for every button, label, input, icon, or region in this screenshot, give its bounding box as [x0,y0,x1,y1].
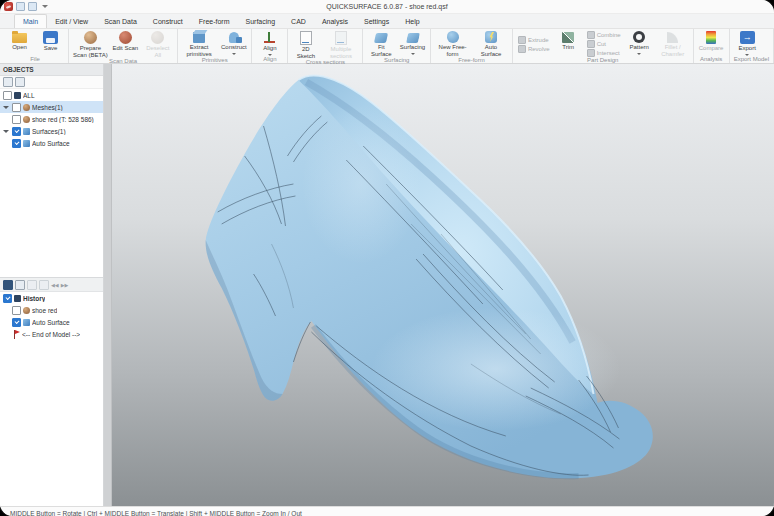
cut-button[interactable]: Cut [587,40,621,48]
tab-surfacing[interactable]: Surfacing [238,15,284,28]
open-button[interactable]: Open [4,29,35,56]
pattern-button[interactable]: Pattern [624,29,655,57]
multiple-sections-button[interactable]: Multiple sections [321,29,360,59]
surfacing-icon [405,33,419,43]
group-export-model: Export Export Model [730,29,774,63]
save-button[interactable]: Save [35,29,66,56]
construct-icon [229,32,239,43]
shoe-red-mesh-icon [23,116,30,123]
prepare-scan-button[interactable]: Prepare Scan (BETA) [71,29,110,58]
tab-help[interactable]: Help [397,15,427,28]
fillet-chamfer-icon [667,32,678,43]
surfaces-checkbox[interactable] [12,127,21,136]
auto-surface-button[interactable]: Auto Surface [472,29,510,57]
tree-item-surfaces[interactable]: Surfaces(1) [0,125,103,137]
shoe-red-checkbox[interactable] [12,115,21,124]
history-shoe-red-checkbox[interactable] [12,306,21,315]
construct-button[interactable]: Construct [218,29,249,57]
history-header-row[interactable]: History [0,292,103,304]
history-back-icon[interactable] [27,280,37,290]
history-checkbox[interactable] [3,294,12,303]
tab-analysis[interactable]: Analysis [314,15,356,28]
sidebar-divider[interactable] [104,64,112,506]
group-part-design: Extrude Revolve Trim Combine [513,29,694,63]
history-item-auto-surface[interactable]: Auto Surface [0,316,103,328]
combine-button[interactable]: Combine [587,31,621,39]
tab-construct[interactable]: Construct [145,15,191,28]
skip-to-end-icon[interactable]: ▶▶ [61,281,69,289]
edit-scan-button[interactable]: Edit Scan [110,29,141,58]
align-button[interactable]: Align [254,29,285,56]
invert-selection-icon[interactable] [15,77,25,87]
revolve-button[interactable]: Revolve [518,45,550,53]
auto-surface-checkbox[interactable] [12,139,21,148]
trim-button[interactable]: Trim [553,29,584,57]
history-auto-surface-checkbox[interactable] [12,318,21,327]
group-file: Open Save File [2,29,69,63]
multiple-sections-icon [335,31,347,45]
history-view-icon[interactable] [3,280,13,290]
tab-free-form[interactable]: Free-form [191,15,238,28]
fillet-chamfer-button[interactable]: Fillet / Chamfer [655,29,691,57]
2d-sketch-button[interactable]: 2D Sketch [290,29,321,59]
group-analysis: Compare Analysis [694,29,730,63]
tab-main[interactable]: Main [14,14,47,28]
history-item-shoe-red[interactable]: shoe red [0,304,103,316]
surfaces-expand-caret-icon[interactable] [3,130,9,133]
deselect-all-button[interactable]: Deselect All [141,29,175,58]
surfacing-button[interactable]: Surfacing [397,29,428,57]
select-all-icon[interactable] [3,77,13,87]
deselect-all-icon [151,31,164,44]
export-button[interactable]: Export [732,29,763,56]
prepare-scan-icon [84,31,97,44]
left-sidebar: OBJECTS ALL Meshes(1) [0,64,104,506]
intersect-button[interactable]: Intersect [587,49,621,57]
new-free-form-button[interactable]: New Free-form [433,29,472,57]
tree-item-all[interactable]: ALL [0,89,103,101]
group-label-free-form: Free-form [433,57,510,64]
quick-save-icon[interactable] [16,2,25,11]
shoe-3d-model[interactable] [112,64,774,506]
meshes-expand-caret-icon[interactable] [3,106,9,109]
quick-undo-icon[interactable] [28,2,37,11]
history-forward-icon[interactable] [39,280,49,290]
history-group-icon [14,295,21,302]
objects-tree: ALL Meshes(1) shoe red (T: 528 586) [0,89,103,149]
group-label-analysis: Analysis [696,56,727,63]
all-checkbox[interactable] [3,91,12,100]
skip-to-start-icon[interactable]: ◀◀ [51,281,59,289]
tree-item-auto-surface[interactable]: Auto Surface [0,137,103,149]
history-end-marker[interactable]: <-- End of Model --> [0,328,103,340]
meshes-checkbox[interactable] [12,103,21,112]
tree-item-meshes[interactable]: Meshes(1) [0,101,103,113]
compare-icon [706,31,716,44]
tab-scan-data[interactable]: Scan Data [96,15,145,28]
2d-sketch-icon [300,31,312,45]
extrude-button[interactable]: Extrude [518,36,550,44]
construct-caret-icon [232,53,236,55]
intersect-icon [587,49,595,57]
3d-viewport[interactable] [112,64,774,506]
group-label-surfacing: Surfacing [365,57,428,64]
tab-cad[interactable]: CAD [283,15,314,28]
new-free-form-icon [447,31,459,43]
app-logo-icon [4,2,13,11]
all-group-icon [14,92,21,99]
status-bar: MIDDLE Button = Rotate | Ctrl + MIDDLE B… [0,506,774,516]
history-surface-icon [23,319,30,326]
history-tree-icon[interactable] [15,280,25,290]
ribbon-tab-bar: Main Edit / View Scan Data Construct Fre… [0,14,774,29]
tree-item-shoe-red[interactable]: shoe red (T: 528 586) [0,113,103,125]
history-tree: History shoe red Auto Surface <-- End of… [0,292,103,340]
group-primitives: Extract primitives Construct Primitives [178,29,252,63]
tab-edit-view[interactable]: Edit / View [47,15,96,28]
quick-access-caret-icon[interactable] [42,5,48,8]
fit-surface-button[interactable]: Fit Surface [365,29,397,57]
objects-panel-toolbar [0,76,103,89]
surfacing-caret-icon [411,53,415,55]
app-window: QUICKSURFACE 6.0.87 - shoe red.qsf Main … [0,0,774,516]
tab-settings[interactable]: Settings [356,15,397,28]
window-title: QUICKSURFACE 6.0.87 - shoe red.qsf [0,3,774,10]
extract-primitives-button[interactable]: Extract primitives [180,29,218,57]
compare-button[interactable]: Compare [696,29,727,56]
